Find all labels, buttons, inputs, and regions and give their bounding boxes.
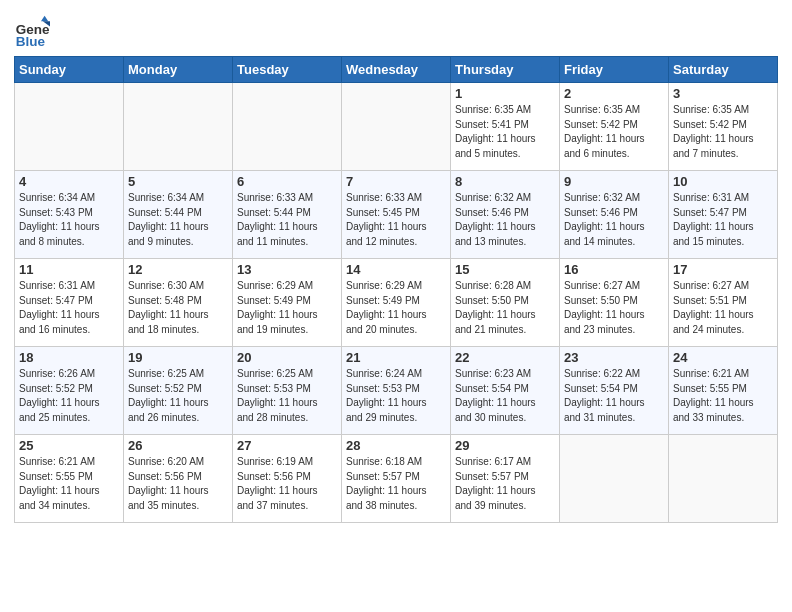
- weekday-header-saturday: Saturday: [669, 57, 778, 83]
- calendar-cell: 26Sunrise: 6:20 AM Sunset: 5:56 PM Dayli…: [124, 435, 233, 523]
- calendar-cell: 11Sunrise: 6:31 AM Sunset: 5:47 PM Dayli…: [15, 259, 124, 347]
- calendar-cell: [15, 83, 124, 171]
- calendar-cell: 14Sunrise: 6:29 AM Sunset: 5:49 PM Dayli…: [342, 259, 451, 347]
- day-number: 11: [19, 262, 119, 277]
- day-number: 12: [128, 262, 228, 277]
- day-info: Sunrise: 6:33 AM Sunset: 5:44 PM Dayligh…: [237, 191, 337, 249]
- weekday-header-sunday: Sunday: [15, 57, 124, 83]
- day-number: 4: [19, 174, 119, 189]
- day-info: Sunrise: 6:19 AM Sunset: 5:56 PM Dayligh…: [237, 455, 337, 513]
- day-number: 16: [564, 262, 664, 277]
- day-info: Sunrise: 6:31 AM Sunset: 5:47 PM Dayligh…: [19, 279, 119, 337]
- day-info: Sunrise: 6:23 AM Sunset: 5:54 PM Dayligh…: [455, 367, 555, 425]
- calendar-cell: 16Sunrise: 6:27 AM Sunset: 5:50 PM Dayli…: [560, 259, 669, 347]
- day-info: Sunrise: 6:21 AM Sunset: 5:55 PM Dayligh…: [19, 455, 119, 513]
- day-number: 29: [455, 438, 555, 453]
- calendar-cell: 19Sunrise: 6:25 AM Sunset: 5:52 PM Dayli…: [124, 347, 233, 435]
- calendar-cell: 3Sunrise: 6:35 AM Sunset: 5:42 PM Daylig…: [669, 83, 778, 171]
- day-info: Sunrise: 6:24 AM Sunset: 5:53 PM Dayligh…: [346, 367, 446, 425]
- day-info: Sunrise: 6:22 AM Sunset: 5:54 PM Dayligh…: [564, 367, 664, 425]
- day-number: 7: [346, 174, 446, 189]
- weekday-header-row: SundayMondayTuesdayWednesdayThursdayFrid…: [15, 57, 778, 83]
- week-row-2: 11Sunrise: 6:31 AM Sunset: 5:47 PM Dayli…: [15, 259, 778, 347]
- day-info: Sunrise: 6:29 AM Sunset: 5:49 PM Dayligh…: [237, 279, 337, 337]
- calendar-cell: 20Sunrise: 6:25 AM Sunset: 5:53 PM Dayli…: [233, 347, 342, 435]
- calendar-cell: 18Sunrise: 6:26 AM Sunset: 5:52 PM Dayli…: [15, 347, 124, 435]
- svg-text:Blue: Blue: [16, 34, 46, 49]
- calendar-cell: 23Sunrise: 6:22 AM Sunset: 5:54 PM Dayli…: [560, 347, 669, 435]
- day-number: 22: [455, 350, 555, 365]
- day-info: Sunrise: 6:34 AM Sunset: 5:43 PM Dayligh…: [19, 191, 119, 249]
- day-info: Sunrise: 6:28 AM Sunset: 5:50 PM Dayligh…: [455, 279, 555, 337]
- calendar: SundayMondayTuesdayWednesdayThursdayFrid…: [14, 56, 778, 523]
- day-number: 21: [346, 350, 446, 365]
- day-number: 25: [19, 438, 119, 453]
- day-number: 6: [237, 174, 337, 189]
- day-info: Sunrise: 6:32 AM Sunset: 5:46 PM Dayligh…: [455, 191, 555, 249]
- day-number: 8: [455, 174, 555, 189]
- weekday-header-thursday: Thursday: [451, 57, 560, 83]
- calendar-cell: 15Sunrise: 6:28 AM Sunset: 5:50 PM Dayli…: [451, 259, 560, 347]
- calendar-cell: 2Sunrise: 6:35 AM Sunset: 5:42 PM Daylig…: [560, 83, 669, 171]
- calendar-cell: 22Sunrise: 6:23 AM Sunset: 5:54 PM Dayli…: [451, 347, 560, 435]
- week-row-1: 4Sunrise: 6:34 AM Sunset: 5:43 PM Daylig…: [15, 171, 778, 259]
- day-info: Sunrise: 6:35 AM Sunset: 5:41 PM Dayligh…: [455, 103, 555, 161]
- header: General Blue: [14, 10, 778, 50]
- calendar-cell: 28Sunrise: 6:18 AM Sunset: 5:57 PM Dayli…: [342, 435, 451, 523]
- day-number: 14: [346, 262, 446, 277]
- weekday-header-tuesday: Tuesday: [233, 57, 342, 83]
- day-number: 27: [237, 438, 337, 453]
- day-number: 9: [564, 174, 664, 189]
- day-info: Sunrise: 6:33 AM Sunset: 5:45 PM Dayligh…: [346, 191, 446, 249]
- calendar-cell: 9Sunrise: 6:32 AM Sunset: 5:46 PM Daylig…: [560, 171, 669, 259]
- day-number: 13: [237, 262, 337, 277]
- day-number: 2: [564, 86, 664, 101]
- calendar-cell: 6Sunrise: 6:33 AM Sunset: 5:44 PM Daylig…: [233, 171, 342, 259]
- calendar-cell: [233, 83, 342, 171]
- logo-icon: General Blue: [14, 14, 50, 50]
- calendar-cell: 4Sunrise: 6:34 AM Sunset: 5:43 PM Daylig…: [15, 171, 124, 259]
- day-info: Sunrise: 6:17 AM Sunset: 5:57 PM Dayligh…: [455, 455, 555, 513]
- day-number: 3: [673, 86, 773, 101]
- day-info: Sunrise: 6:25 AM Sunset: 5:52 PM Dayligh…: [128, 367, 228, 425]
- day-info: Sunrise: 6:29 AM Sunset: 5:49 PM Dayligh…: [346, 279, 446, 337]
- day-info: Sunrise: 6:27 AM Sunset: 5:51 PM Dayligh…: [673, 279, 773, 337]
- page: General Blue SundayMondayTuesdayWednesda…: [0, 0, 792, 612]
- svg-marker-2: [41, 16, 48, 21]
- weekday-header-friday: Friday: [560, 57, 669, 83]
- day-number: 15: [455, 262, 555, 277]
- week-row-4: 25Sunrise: 6:21 AM Sunset: 5:55 PM Dayli…: [15, 435, 778, 523]
- day-info: Sunrise: 6:35 AM Sunset: 5:42 PM Dayligh…: [564, 103, 664, 161]
- weekday-header-wednesday: Wednesday: [342, 57, 451, 83]
- day-number: 19: [128, 350, 228, 365]
- calendar-cell: 27Sunrise: 6:19 AM Sunset: 5:56 PM Dayli…: [233, 435, 342, 523]
- day-number: 28: [346, 438, 446, 453]
- week-row-3: 18Sunrise: 6:26 AM Sunset: 5:52 PM Dayli…: [15, 347, 778, 435]
- calendar-cell: 21Sunrise: 6:24 AM Sunset: 5:53 PM Dayli…: [342, 347, 451, 435]
- day-info: Sunrise: 6:18 AM Sunset: 5:57 PM Dayligh…: [346, 455, 446, 513]
- calendar-cell: [342, 83, 451, 171]
- calendar-cell: 25Sunrise: 6:21 AM Sunset: 5:55 PM Dayli…: [15, 435, 124, 523]
- calendar-cell: 7Sunrise: 6:33 AM Sunset: 5:45 PM Daylig…: [342, 171, 451, 259]
- calendar-cell: 13Sunrise: 6:29 AM Sunset: 5:49 PM Dayli…: [233, 259, 342, 347]
- day-number: 5: [128, 174, 228, 189]
- day-info: Sunrise: 6:21 AM Sunset: 5:55 PM Dayligh…: [673, 367, 773, 425]
- day-info: Sunrise: 6:34 AM Sunset: 5:44 PM Dayligh…: [128, 191, 228, 249]
- day-number: 26: [128, 438, 228, 453]
- logo: General Blue: [14, 14, 52, 50]
- calendar-cell: 24Sunrise: 6:21 AM Sunset: 5:55 PM Dayli…: [669, 347, 778, 435]
- calendar-cell: 8Sunrise: 6:32 AM Sunset: 5:46 PM Daylig…: [451, 171, 560, 259]
- calendar-cell: [560, 435, 669, 523]
- day-number: 17: [673, 262, 773, 277]
- day-number: 1: [455, 86, 555, 101]
- calendar-cell: 17Sunrise: 6:27 AM Sunset: 5:51 PM Dayli…: [669, 259, 778, 347]
- calendar-cell: 10Sunrise: 6:31 AM Sunset: 5:47 PM Dayli…: [669, 171, 778, 259]
- day-info: Sunrise: 6:35 AM Sunset: 5:42 PM Dayligh…: [673, 103, 773, 161]
- calendar-cell: [669, 435, 778, 523]
- day-number: 23: [564, 350, 664, 365]
- day-info: Sunrise: 6:25 AM Sunset: 5:53 PM Dayligh…: [237, 367, 337, 425]
- day-info: Sunrise: 6:27 AM Sunset: 5:50 PM Dayligh…: [564, 279, 664, 337]
- calendar-cell: 12Sunrise: 6:30 AM Sunset: 5:48 PM Dayli…: [124, 259, 233, 347]
- calendar-cell: 5Sunrise: 6:34 AM Sunset: 5:44 PM Daylig…: [124, 171, 233, 259]
- calendar-cell: [124, 83, 233, 171]
